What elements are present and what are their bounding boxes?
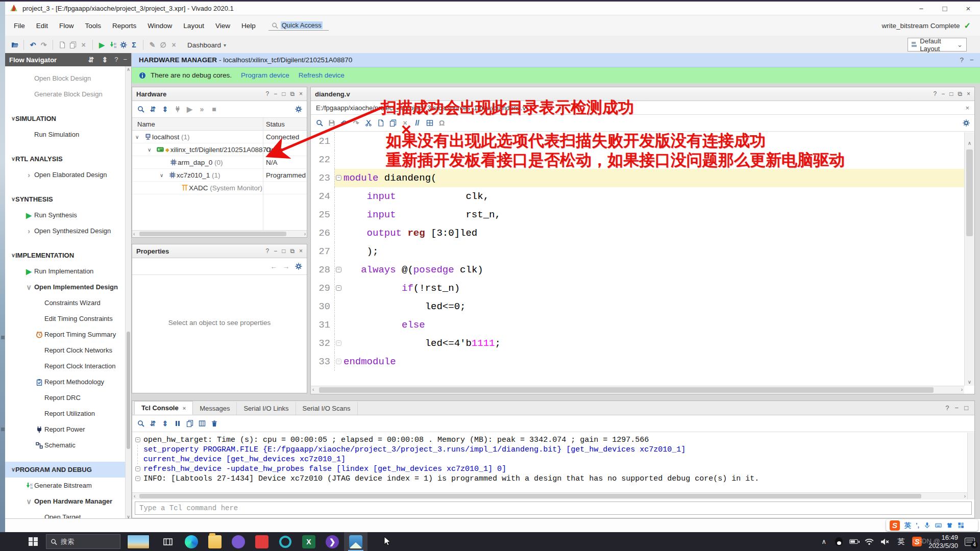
hardware-float-icon[interactable]: ⧉ <box>290 90 295 97</box>
collapse-icon[interactable]: ⇵ <box>87 56 95 64</box>
chevron-down-icon[interactable]: ∨ <box>135 131 143 143</box>
tcl-command-input[interactable]: Type a Tcl command here <box>135 502 972 515</box>
taskbar-app-file-explorer[interactable] <box>203 532 227 551</box>
stop-icon[interactable]: ■ <box>210 105 218 114</box>
collapse-icon[interactable]: ⇵ <box>149 419 157 428</box>
fold-toggle-icon[interactable]: − <box>336 285 341 291</box>
code-line-31[interactable]: 31 else <box>311 316 964 334</box>
flownav-item-report-timing-summary[interactable]: Report Timing Summary <box>5 327 125 342</box>
cut-icon[interactable] <box>364 119 373 128</box>
properties-float-icon[interactable]: ⧉ <box>290 247 295 255</box>
code-line-27[interactable]: 27 ); <box>311 242 964 261</box>
flownav-item-open-elaborated-design[interactable]: ›Open Elaborated Design <box>5 167 125 183</box>
properties-minimize-icon[interactable]: − <box>274 247 277 255</box>
flownav-item-open-implemented-design[interactable]: ∨Open Implemented Design <box>5 279 125 295</box>
hardware-help-icon[interactable]: ? <box>265 90 269 97</box>
chevron-down-icon[interactable]: ∨ <box>148 143 156 156</box>
floppy-icon[interactable] <box>327 119 336 128</box>
notification-center-icon[interactable]: 4 <box>965 538 975 546</box>
forward-icon[interactable]: → <box>282 262 290 271</box>
gear-icon[interactable] <box>962 119 970 128</box>
expand-icon[interactable]: ⇕ <box>101 56 109 64</box>
flownav-item-open-block-design[interactable]: Open Block Design <box>5 70 125 86</box>
minimize-button[interactable]: − <box>910 2 933 15</box>
editor-vscrollbar[interactable]: ∧ ∨ <box>964 132 974 386</box>
dashboard-menu[interactable]: Dashboard ▾ <box>187 41 226 49</box>
hardware-maximize-icon[interactable]: □ <box>282 90 285 97</box>
flownav-section-implementation[interactable]: ∨IMPLEMENTATION <box>5 247 125 263</box>
editor-tab-label[interactable]: diandeng.v <box>315 90 350 98</box>
flownav-item-run-simulation[interactable]: Run Simulation <box>5 127 125 142</box>
menu-edit[interactable]: Edit <box>31 19 54 32</box>
start-button[interactable] <box>21 532 45 551</box>
menu-window[interactable]: Window <box>142 19 178 32</box>
task-view-button[interactable] <box>156 532 180 551</box>
fold-toggle-icon[interactable]: − <box>135 476 140 481</box>
properties-maximize-icon[interactable]: □ <box>282 247 285 255</box>
wifi-icon[interactable] <box>865 537 874 546</box>
sogou-input-bar[interactable]: S 英 ’, <box>886 519 978 531</box>
code-line-33[interactable]: 33−endmodule <box>311 353 964 371</box>
taskbar-app-app-feather[interactable]: ❯ <box>321 532 344 551</box>
play-icon[interactable]: ▶ <box>97 41 106 49</box>
trash-icon[interactable] <box>210 419 218 428</box>
refresh-device-link[interactable]: Refresh device <box>299 71 345 79</box>
flownav-item-open-synthesized-design[interactable]: ›Open Synthesized Design <box>5 223 125 239</box>
omega-icon[interactable]: Ω <box>437 119 446 128</box>
taskbar-search[interactable]: 搜索 <box>46 534 120 549</box>
back-icon[interactable]: ← <box>270 262 278 271</box>
fwd-icon[interactable]: » <box>198 105 206 114</box>
editor-help-icon[interactable]: ? <box>933 90 937 97</box>
search-icon[interactable] <box>136 105 145 114</box>
tab-serial-i-o-links[interactable]: Serial I/O Links <box>237 402 296 415</box>
layout-selector[interactable]: Default Layout ⌄ <box>908 38 967 52</box>
hardware-minimize-icon[interactable]: − <box>274 90 277 97</box>
code-line-32[interactable]: 32− led<=4'b1111; <box>311 334 964 353</box>
hardware-tree-row[interactable]: ∨ localhost (1)Connected <box>132 131 307 143</box>
battery-icon[interactable] <box>849 539 858 544</box>
doc-icon[interactable] <box>58 41 66 49</box>
fold-toggle-icon[interactable]: − <box>336 175 341 181</box>
hardware-close-icon[interactable]: × <box>299 90 303 97</box>
menu-layout[interactable]: Layout <box>178 19 210 32</box>
editor-float-icon[interactable]: ⧉ <box>958 90 962 97</box>
editor-maximize-icon[interactable]: □ <box>949 90 953 97</box>
gear-icon[interactable] <box>119 41 128 49</box>
ime-language-indicator[interactable]: 英 <box>896 537 905 546</box>
code-line-28[interactable]: 28− always @(posedge clk) <box>311 261 964 279</box>
hardware-tree-row[interactable]: arm_dap_0 (0)N/A <box>132 156 307 169</box>
hardware-tree-row[interactable]: ∨ xc7z010_1 (1)Programmed <box>132 169 307 182</box>
expand-icon[interactable]: ⇕ <box>161 419 169 428</box>
code-line-24[interactable]: 24 input clk, <box>311 187 964 206</box>
flownav-item-report-utilization[interactable]: Report Utilization <box>5 406 125 421</box>
code-line-29[interactable]: 29− if(!rst_n) <box>311 279 964 297</box>
chevron-down-icon[interactable]: ∨ <box>160 169 168 182</box>
flownav-section-program-and-debug[interactable]: ∨PROGRAM AND DEBUG <box>5 462 125 478</box>
flownav-item-generate-bitstream[interactable]: 0110Generate Bitstream <box>5 478 125 493</box>
close-file-icon[interactable]: × <box>965 104 969 112</box>
close-button[interactable]: × <box>957 2 980 15</box>
xmark-icon[interactable]: × <box>169 41 178 49</box>
menu-view[interactable]: View <box>210 19 236 32</box>
flownav-item-report-methodology[interactable]: Report Methodology <box>5 374 125 390</box>
folder-icon[interactable] <box>10 41 19 49</box>
plug-icon[interactable] <box>173 105 182 114</box>
pencil-icon[interactable]: ✎ <box>148 41 157 49</box>
menu-tools[interactable]: Tools <box>80 19 107 32</box>
flownav-item-report-clock-interaction[interactable]: Report Clock Interaction <box>5 358 125 374</box>
collapse-icon[interactable]: ⇵ <box>149 105 157 114</box>
code-line-26[interactable]: 26 output reg [3:0]led <box>311 224 964 242</box>
flownav-help-icon[interactable]: ? <box>114 56 118 64</box>
console-vscrollbar[interactable] <box>967 433 974 499</box>
taskbar-app-app-purple[interactable] <box>227 532 250 551</box>
flownav-item-schematic[interactable]: Schematic <box>5 437 125 453</box>
console-minimize-icon[interactable]: − <box>955 404 959 412</box>
search-icon[interactable] <box>315 119 324 128</box>
table-icon[interactable] <box>198 419 206 428</box>
docs-icon[interactable] <box>68 41 77 49</box>
flownav-item-open-hardware-manager[interactable]: ∨Open Hardware Manager <box>5 493 125 509</box>
language-mode[interactable]: 英 <box>904 521 911 530</box>
undo-icon[interactable]: ↶ <box>339 119 348 128</box>
grid-icon[interactable] <box>425 119 434 128</box>
editor-minimize-icon[interactable]: − <box>941 90 945 97</box>
